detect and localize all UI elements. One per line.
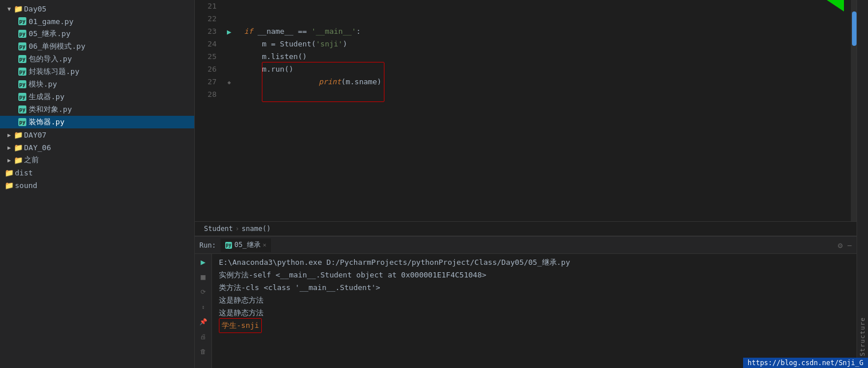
output-student: 学生-snji (219, 319, 850, 332)
sidebar-item-decorator[interactable]: py 装饰器.py (0, 116, 194, 128)
gutter-26 (223, 63, 235, 76)
output-static2-text: 这是静态方法 (219, 307, 264, 319)
settings-icon[interactable]: ⚙ (838, 241, 842, 250)
sidebar-item-day06[interactable]: ▶ 📁 DAY_06 (0, 141, 194, 154)
structure-panel: Structure (857, 0, 868, 368)
output-path-text: E:\Anaconda3\python.exe D:/PycharmProjec… (219, 256, 570, 269)
sidebar-item-05-inherit[interactable]: py 05_继承.py (0, 28, 194, 40)
run-tab-inherit[interactable]: py 05_继承 × (221, 238, 271, 252)
output-static2: 这是静态方法 (219, 307, 850, 319)
sidebar-item-day07[interactable]: ▶ 📁 DAY07 (0, 128, 194, 141)
sidebar-item-label: 装饰器.py (29, 117, 64, 127)
sidebar-file-tree: ▼ 📁 Day05 py 01_game.py py 05_继承.py py 0… (0, 0, 194, 368)
sidebar-item-label: 模块.py (29, 79, 57, 89)
keyword-if: if (244, 25, 253, 38)
py-file-icon: py (18, 80, 26, 88)
string-snji: 'snji' (316, 38, 343, 50)
line-num-28: 28 (199, 88, 217, 101)
run-tab-left: Run: py 05_继承 × (199, 238, 271, 252)
gutter-27: ◆ (223, 76, 235, 88)
run-output: E:\Anaconda3\python.exe D:/PycharmProjec… (212, 254, 857, 368)
run-pin-icon[interactable]: 📌 (198, 316, 209, 327)
run-tab-right: ⚙ − (838, 241, 852, 250)
run-scroll-icon[interactable]: ↕ (198, 301, 209, 312)
folder-icon: 📁 (14, 143, 23, 152)
py-file-icon: py (18, 55, 26, 63)
output-class-text: 类方法-cls <class '__main__.Student'> (219, 281, 380, 294)
sidebar-item-label: dist (15, 169, 33, 177)
sidebar-item-label: 包的导入.py (29, 54, 72, 64)
py-file-icon: py (18, 68, 26, 76)
code-eq: == (298, 25, 307, 38)
code-line-25: m.listen() (244, 50, 851, 63)
sidebar-item-sound[interactable]: 📁 sound (0, 179, 194, 191)
code-line-23: if __name__ == '__main__' : (244, 25, 851, 38)
sidebar-item-pkg-import[interactable]: py 包的导入.py (0, 53, 194, 65)
chevron-right-icon: ▶ (5, 155, 14, 165)
sidebar-item-day05[interactable]: ▼ 📁 Day05 (0, 2, 194, 15)
line-num-21: 21 (199, 0, 217, 13)
sidebar-item-classobj[interactable]: py 类和对象.py (0, 103, 194, 116)
run-stop-icon[interactable]: ■ (198, 271, 209, 283)
py-file-icon: py (18, 42, 26, 50)
code-colon: : (356, 25, 361, 38)
breadcrumb: Student › sname() (195, 221, 857, 236)
sidebar-item-label: 封装练习题.py (29, 66, 79, 77)
sidebar-item-06-single[interactable]: py 06_单例模式.py (0, 40, 194, 53)
py-file-icon: py (18, 30, 26, 38)
keyword-print: print (319, 77, 341, 86)
tab-close-icon[interactable]: × (263, 241, 267, 249)
scrollbar[interactable] (851, 0, 857, 221)
run-rerun-icon[interactable]: ⟳ (198, 286, 209, 297)
breadcrumb-student: Student (204, 225, 233, 233)
folder-icon: 📁 (14, 5, 23, 13)
url-bar: https://blog.csdn.net/Snji_G (743, 358, 868, 368)
output-student-boxed: 学生-snji (219, 318, 262, 333)
run-panel-body: ▶ ■ ⟳ ↕ 📌 🖨 🗑 E:\Anaconda3\python.exe D:… (195, 254, 857, 368)
code-msname: (m.sname) (341, 77, 381, 86)
tab-py-icon: py (225, 242, 232, 249)
url-text: https://blog.csdn.net/Snji_G (748, 359, 863, 367)
gutter-28 (223, 88, 235, 101)
sidebar-item-encap[interactable]: py 封装练习题.py (0, 65, 194, 78)
chevron-right-icon: ▶ (5, 143, 14, 152)
code-listen: m.listen() (244, 50, 307, 63)
sidebar-item-label: DAY07 (24, 131, 46, 139)
chevron-down-icon: ▼ (5, 4, 14, 13)
string-main: '__main__' (307, 25, 356, 38)
code-content[interactable]: if __name__ == '__main__' : m = Student(… (235, 0, 851, 221)
run-print-icon[interactable]: 🖨 (198, 331, 209, 342)
gutter-23: ▶ (223, 25, 235, 38)
output-path: E:\Anaconda3\python.exe D:/PycharmProjec… (219, 256, 850, 269)
sidebar-item-dist[interactable]: 📁 dist (0, 166, 194, 179)
output-static1: 这是静态方法 (219, 294, 850, 307)
minimize-icon[interactable]: − (847, 241, 852, 250)
sidebar-item-label: sound (15, 181, 37, 190)
structure-label: Structure (859, 317, 866, 357)
output-instance: 实例方法-self <__main__.Student object at 0x… (219, 269, 850, 281)
editor-area: 21 22 23 24 25 26 27 28 ▶ ◆ (195, 0, 857, 368)
breadcrumb-sname: sname() (242, 225, 271, 233)
output-instance-text: 实例方法-self <__main__.Student object at 0x… (219, 269, 486, 281)
sidebar-item-01-game[interactable]: py 01_game.py (0, 15, 194, 28)
run-clear-icon[interactable]: 🗑 (198, 346, 209, 357)
run-arrow-icon: ▶ (227, 28, 231, 36)
py-file-icon: py (18, 93, 26, 101)
run-tab-bar: Run: py 05_继承 × ⚙ − (195, 237, 857, 254)
code-line-24: m = Student('snji') (244, 38, 851, 50)
sidebar-item-label: Day05 (24, 5, 46, 13)
bottom-panel: Run: py 05_继承 × ⚙ − ▶ ■ ⟳ (195, 236, 857, 368)
code-indent: m = Student( (244, 38, 316, 50)
line-num-25: 25 (199, 50, 217, 63)
sidebar-item-module[interactable]: py 模块.py (0, 78, 194, 91)
folder-icon: 📁 (5, 169, 14, 177)
sidebar-item-generator[interactable]: py 生成器.py (0, 91, 194, 103)
py-file-icon: py (18, 118, 26, 126)
code-paren: ) (343, 38, 347, 50)
sidebar-item-label: 06_单例模式.py (29, 41, 85, 52)
gutter-24 (223, 38, 235, 50)
run-play-icon[interactable]: ▶ (198, 256, 209, 268)
folder-icon: 📁 (14, 131, 23, 139)
scrollbar-thumb[interactable] (852, 11, 857, 46)
sidebar-item-before[interactable]: ▶ 📁 之前 (0, 154, 194, 166)
